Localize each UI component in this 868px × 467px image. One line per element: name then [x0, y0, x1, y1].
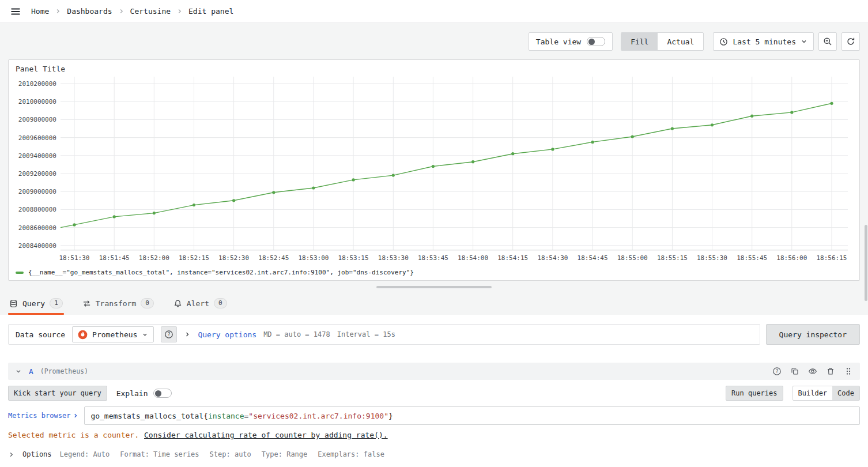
expression-token-label: instance: [208, 412, 244, 420]
kick-start-button[interactable]: Kick start your query: [8, 386, 107, 401]
options-label: Options: [22, 450, 52, 458]
duplicate-icon[interactable]: [790, 367, 799, 376]
chevron-right-icon[interactable]: [184, 331, 191, 338]
fill-actual-switch: Fill Actual: [621, 32, 704, 51]
chevron-right-icon: [118, 8, 124, 14]
datasource-container: Data source Prometheus ? Query options M…: [8, 324, 760, 345]
expression-token: }: [388, 412, 393, 420]
warning-rate-link[interactable]: Consider calculating rate of counter by …: [144, 431, 388, 439]
run-queries-button[interactable]: Run queries: [726, 386, 783, 401]
options-legend: Legend: Auto: [60, 450, 110, 458]
chevron-right-icon: [73, 413, 78, 419]
help-circle-icon: ?: [164, 330, 173, 339]
panel-edit-toolbar: Table view Fill Actual Last 5 minutes: [0, 23, 868, 59]
expression-token-string: "services02.int.arc7.info:9100": [248, 412, 388, 420]
legend-series-label: {__name__="go_memstats_mallocs_total", i…: [28, 269, 414, 276]
refresh-button[interactable]: [841, 32, 860, 51]
database-icon: [9, 299, 18, 308]
datasource-help-button[interactable]: ?: [161, 326, 177, 342]
query-expression-input[interactable]: go_memstats_mallocs_total{instance="serv…: [84, 406, 860, 425]
svg-text:18:52:00: 18:52:00: [139, 254, 169, 262]
svg-text:2009800000: 2009800000: [18, 116, 56, 123]
scrollbar-thumb[interactable]: [865, 225, 867, 301]
explain-toggle[interactable]: [153, 389, 172, 398]
counter-warning: Selected metric is a counter. Consider c…: [8, 431, 860, 439]
chevron-right-icon: [8, 451, 14, 458]
datasource-picker[interactable]: Prometheus: [72, 326, 154, 342]
svg-text:2008600000: 2008600000: [18, 224, 56, 232]
svg-text:2010000000: 2010000000: [18, 98, 56, 106]
chart-legend[interactable]: {__name__="go_memstats_mallocs_total", i…: [9, 268, 859, 276]
svg-text:18:55:00: 18:55:00: [617, 254, 648, 262]
svg-text:18:53:00: 18:53:00: [298, 254, 329, 262]
table-view-toggle[interactable]: [587, 37, 605, 46]
chevron-right-icon: [176, 8, 183, 14]
expression-token: go_memstats_mallocs_total{: [90, 412, 208, 420]
datasource-name: Prometheus: [92, 330, 137, 339]
tab-alert-count: 0: [214, 298, 227, 308]
chevron-right-icon: [55, 8, 61, 14]
svg-text:18:54:15: 18:54:15: [497, 254, 528, 262]
metrics-browser-link[interactable]: Metrics browser: [8, 412, 78, 420]
options-format: Format: Time series: [120, 450, 199, 458]
svg-text:18:53:15: 18:53:15: [338, 254, 369, 262]
query-datasource-hint: (Prometheus): [40, 367, 88, 375]
code-button[interactable]: Code: [832, 386, 859, 400]
transform-icon: [82, 299, 91, 308]
fill-button[interactable]: Fill: [621, 33, 658, 50]
svg-text:2008400000: 2008400000: [18, 242, 56, 250]
svg-text:18:55:15: 18:55:15: [657, 254, 688, 262]
table-view-label: Table view: [536, 37, 581, 46]
breadcrumb-home[interactable]: Home: [31, 7, 49, 16]
svg-text:18:52:45: 18:52:45: [258, 254, 289, 262]
options-collapsible[interactable]: Options Legend: Auto Format: Time series…: [8, 450, 860, 458]
help-circle-icon[interactable]: ?: [772, 367, 782, 376]
svg-text:2008800000: 2008800000: [18, 206, 56, 213]
query-inspector-button[interactable]: Query inspector: [766, 324, 860, 345]
query-row-header[interactable]: A (Prometheus) ?: [8, 363, 860, 380]
time-range-label: Last 5 minutes: [733, 37, 796, 46]
svg-text:18:53:30: 18:53:30: [378, 254, 409, 262]
query-row-actions: ?: [772, 367, 853, 376]
breadcrumb-edit-panel[interactable]: Edit panel: [188, 7, 233, 16]
top-nav: Home Dashboards Certusine Edit panel: [0, 0, 868, 23]
actual-button[interactable]: Actual: [658, 33, 703, 50]
time-range-picker[interactable]: Last 5 minutes: [713, 32, 814, 51]
tab-alert[interactable]: Alert 0: [172, 298, 228, 315]
zoom-out-button[interactable]: [818, 32, 837, 51]
svg-text:2010200000: 2010200000: [18, 80, 56, 88]
panel-title: Panel Title: [9, 63, 859, 76]
trash-icon[interactable]: [826, 367, 835, 376]
query-options-link[interactable]: Query options: [198, 330, 256, 339]
breadcrumb-dashboards[interactable]: Dashboards: [67, 7, 112, 16]
query-actions-row: Kick start your query Explain Run querie…: [8, 386, 860, 401]
options-type: Type: Range: [262, 450, 307, 458]
builder-code-switch: Builder Code: [792, 386, 860, 401]
chevron-down-icon: [801, 38, 807, 45]
prometheus-flame-icon: [78, 330, 88, 340]
svg-text:?: ?: [168, 332, 171, 337]
panel-resize-handle[interactable]: [376, 286, 492, 288]
menu-icon[interactable]: [9, 5, 22, 18]
query-ref-id: A: [29, 367, 33, 376]
time-series-chart[interactable]: 2010200000201000000020098000002009600000…: [9, 76, 859, 268]
panel-preview: Panel Title 2010200000201000000020098000…: [8, 59, 860, 281]
builder-button[interactable]: Builder: [793, 386, 833, 400]
svg-text:2009600000: 2009600000: [18, 134, 56, 142]
page-scrollbar[interactable]: [865, 0, 867, 467]
expression-row: Metrics browser go_memstats_mallocs_tota…: [8, 406, 860, 425]
breadcrumb-dashboard-name[interactable]: Certusine: [130, 7, 171, 16]
svg-text:2009000000: 2009000000: [18, 188, 56, 195]
datasource-row: Data source Prometheus ? Query options M…: [8, 324, 860, 345]
tab-transform-label: Transform: [96, 299, 136, 308]
drag-handle-icon[interactable]: [844, 367, 853, 376]
editor-tabs: Query 1 Transform 0 Alert 0: [0, 294, 868, 315]
eye-icon[interactable]: [808, 367, 817, 376]
options-step: Step: auto: [210, 450, 251, 458]
tab-transform[interactable]: Transform 0: [81, 298, 155, 315]
tab-query[interactable]: Query 1: [8, 298, 64, 315]
collapse-chevron-icon[interactable]: [15, 368, 22, 375]
max-data-points-value: MD = auto = 1478: [263, 330, 330, 338]
svg-text:18:53:45: 18:53:45: [418, 254, 448, 262]
clock-icon: [719, 37, 728, 46]
